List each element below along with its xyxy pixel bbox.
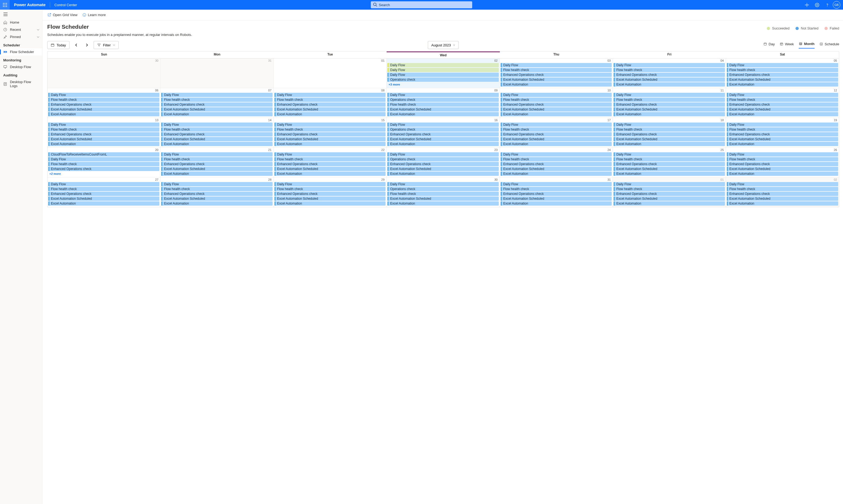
next-month-button[interactable]: [83, 41, 91, 49]
calendar-event[interactable]: Excel Automation: [500, 82, 612, 87]
more-events-link[interactable]: +3 more: [387, 82, 498, 87]
add-button[interactable]: [802, 0, 811, 10]
calendar-event[interactable]: Excel Automation: [614, 172, 725, 176]
calendar-event[interactable]: Excel Automation Scheduled: [500, 167, 612, 171]
calendar-event[interactable]: Enhanced Operations check: [161, 162, 272, 166]
nav-item-flow-scheduler[interactable]: Flow Scheduler: [0, 48, 42, 55]
calendar-event[interactable]: Daily Flow: [387, 152, 498, 157]
day-cell[interactable]: 01Daily FlowFlow health checkEnhanced Op…: [613, 178, 726, 207]
calendar-event[interactable]: Excel Automation: [387, 201, 498, 205]
calendar-event[interactable]: Excel Automation Scheduled: [727, 77, 838, 82]
calendar-event[interactable]: Daily Flow: [500, 63, 612, 67]
calendar-event[interactable]: Excel Automation Scheduled: [500, 197, 612, 201]
day-cell[interactable]: 21Daily FlowFlow health checkEnhanced Op…: [160, 148, 274, 177]
calendar-event[interactable]: Enhanced Operations check: [614, 192, 725, 196]
calendar-event[interactable]: Flow health check: [614, 157, 725, 161]
calendar-event[interactable]: Enhanced Operations check: [161, 192, 272, 196]
calendar-event[interactable]: Flow health check: [161, 157, 272, 161]
calendar-event[interactable]: Flow health check: [500, 97, 612, 102]
day-cell[interactable]: 31: [160, 58, 274, 88]
calendar-event[interactable]: Excel Automation: [614, 201, 725, 205]
calendar-event[interactable]: Operations check: [387, 97, 498, 102]
calendar-event[interactable]: Daily Flow: [387, 63, 498, 67]
calendar-event[interactable]: Excel Automation Scheduled: [500, 107, 612, 111]
nav-item-recent[interactable]: Recent: [0, 26, 42, 33]
calendar-event[interactable]: Flow health check: [500, 68, 612, 72]
calendar-event[interactable]: Daily Flow: [48, 123, 159, 127]
day-cell[interactable]: 14Daily FlowFlow health checkEnhanced Op…: [160, 118, 274, 147]
day-cell[interactable]: 09Daily FlowOperations checkFlow health …: [387, 88, 499, 118]
day-cell[interactable]: 26Daily FlowFlow health checkEnhanced Op…: [726, 148, 839, 177]
calendar-event[interactable]: Excel Automation: [161, 201, 272, 205]
day-cell[interactable]: 15Daily FlowFlow health checkEnhanced Op…: [274, 118, 387, 147]
calendar-event[interactable]: Enhanced Operations check: [500, 162, 612, 166]
calendar-event[interactable]: Enhanced Operations check: [614, 132, 725, 137]
calendar-event[interactable]: Excel Automation: [275, 201, 386, 205]
calendar-event[interactable]: Flow health check: [727, 68, 838, 72]
calendar-event[interactable]: Daily Flow: [727, 63, 838, 67]
calendar-event[interactable]: Daily Flow: [500, 93, 612, 97]
calendar-event[interactable]: Daily Flow: [275, 123, 386, 127]
calendar-event[interactable]: Excel Automation: [500, 142, 612, 146]
day-cell[interactable]: 02Daily FlowDaily FlowDaily FlowOperatio…: [387, 58, 499, 88]
settings-button[interactable]: [812, 0, 822, 10]
calendar-event[interactable]: Enhanced Operations check: [614, 73, 725, 77]
calendar-event[interactable]: Enhanced Operations check: [48, 167, 159, 171]
calendar-event[interactable]: Enhanced Operations check: [727, 132, 838, 137]
avatar[interactable]: GB: [833, 1, 840, 8]
calendar-event[interactable]: Excel Automation: [161, 112, 272, 116]
calendar-event[interactable]: Enhanced Operations check: [275, 192, 386, 196]
day-cell[interactable]: 28Daily FlowFlow health checkEnhanced Op…: [160, 178, 274, 207]
day-cell[interactable]: 25Daily FlowFlow health checkEnhanced Op…: [613, 148, 726, 177]
day-cell[interactable]: 10Daily FlowFlow health checkEnhanced Op…: [500, 88, 613, 118]
calendar-event[interactable]: Enhanced Operations check: [387, 132, 498, 137]
calendar-event[interactable]: Enhanced Operations check: [275, 132, 386, 137]
calendar-event[interactable]: Flow health check: [727, 187, 838, 191]
calendar-event[interactable]: Daily Flow: [614, 123, 725, 127]
calendar-event[interactable]: Daily Flow: [614, 152, 725, 157]
calendar-event[interactable]: Flow health check: [161, 127, 272, 132]
calendar-event[interactable]: Excel Automation: [727, 201, 838, 205]
calendar-event[interactable]: Excel Automation: [48, 201, 159, 205]
calendar-event[interactable]: Daily Flow: [387, 93, 498, 97]
calendar-event[interactable]: Flow health check: [727, 127, 838, 132]
calendar-event[interactable]: Excel Automation Scheduled: [275, 107, 386, 111]
calendar-event[interactable]: Excel Automation Scheduled: [161, 137, 272, 141]
calendar-event[interactable]: Daily Flow: [48, 93, 159, 97]
calendar-event[interactable]: Enhanced Operations check: [727, 192, 838, 196]
calendar-event[interactable]: Flow health check: [614, 127, 725, 132]
calendar-event[interactable]: Enhanced Operations check: [500, 73, 612, 77]
calendar-event[interactable]: Excel Automation: [727, 142, 838, 146]
calendar-event[interactable]: Flow health check: [727, 97, 838, 102]
calendar-event[interactable]: Excel Automation Scheduled: [161, 167, 272, 171]
calendar-event[interactable]: Enhanced Operations check: [48, 132, 159, 137]
app-launcher-button[interactable]: [0, 0, 10, 10]
calendar-event[interactable]: Excel Automation: [727, 112, 838, 116]
day-cell[interactable]: 16Daily FlowOperations checkEnhanced Ope…: [387, 118, 499, 147]
calendar-event[interactable]: Flow health check: [614, 68, 725, 72]
calendar-event[interactable]: Excel Automation Scheduled: [614, 167, 725, 171]
day-cell[interactable]: 02Daily FlowFlow health checkEnhanced Op…: [726, 178, 839, 207]
calendar-event[interactable]: Enhanced Operations check: [727, 73, 838, 77]
filter-button[interactable]: Filter: [94, 41, 119, 49]
calendar-event[interactable]: Flow health check: [275, 97, 386, 102]
open-grid-view-button[interactable]: Open Grid View: [47, 13, 77, 17]
calendar-event[interactable]: Operations check: [387, 77, 498, 82]
calendar-event[interactable]: Flow health check: [500, 157, 612, 161]
calendar-event[interactable]: Excel Automation: [614, 82, 725, 87]
today-button[interactable]: Today: [47, 41, 70, 49]
calendar-event[interactable]: Daily Flow: [161, 123, 272, 127]
calendar-event[interactable]: Flow health check: [275, 157, 386, 161]
calendar-event[interactable]: Excel Automation: [48, 112, 159, 116]
calendar-event[interactable]: CloudFlowToReceiveItemsCountFromL: [48, 152, 159, 157]
calendar-event[interactable]: Enhanced Operations check: [727, 162, 838, 166]
calendar-event[interactable]: Excel Automation Scheduled: [727, 107, 838, 111]
calendar-event[interactable]: Excel Automation Scheduled: [387, 107, 498, 111]
day-cell[interactable]: 17Daily FlowFlow health checkEnhanced Op…: [500, 118, 613, 147]
calendar-event[interactable]: Enhanced Operations check: [48, 192, 159, 196]
calendar-event[interactable]: Excel Automation Scheduled: [275, 137, 386, 141]
calendar-event[interactable]: Flow health check: [614, 97, 725, 102]
calendar-event[interactable]: Excel Automation: [500, 172, 612, 176]
day-cell[interactable]: 04Daily FlowFlow health checkEnhanced Op…: [613, 58, 726, 88]
day-cell[interactable]: 05Daily FlowFlow health checkEnhanced Op…: [726, 58, 839, 88]
